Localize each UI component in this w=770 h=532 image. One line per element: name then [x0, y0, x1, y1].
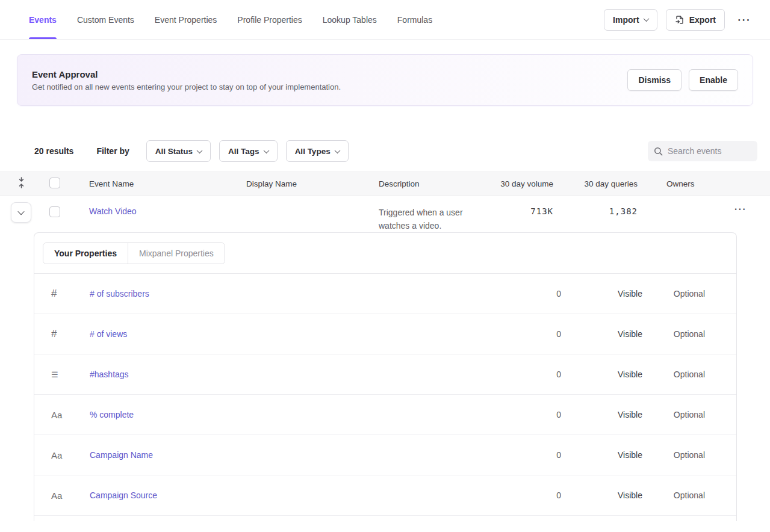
tab-lookup-tables[interactable]: Lookup Tables: [323, 0, 377, 39]
list-type-icon: ☰: [51, 370, 58, 379]
property-visibility[interactable]: Visible: [561, 410, 642, 419]
banner-text: Event Approval Get notified on all new e…: [32, 69, 341, 91]
property-type-cell: Aa: [46, 450, 90, 460]
row-checkbox-cell: [39, 196, 89, 219]
display-name-cell: [246, 196, 379, 206]
properties-panel-tabs: Your Properties Mixpanel Properties: [43, 243, 225, 264]
banner-description: Get notified on all new events entering …: [32, 82, 341, 91]
properties-list: # # of subscribers 0 Visible Optional # …: [34, 274, 736, 516]
tab-profile-properties[interactable]: Profile Properties: [237, 0, 302, 39]
property-name-link[interactable]: #hashtags: [90, 370, 129, 379]
chevron-down-icon: [643, 16, 649, 22]
tab-event-properties[interactable]: Event Properties: [155, 0, 217, 39]
collapse-row-button[interactable]: [11, 202, 31, 223]
property-row: Aa Campaign Name 0 Visible Optional: [34, 435, 736, 475]
property-type-cell: Aa: [46, 490, 90, 501]
status-filter-dropdown[interactable]: All Status: [146, 140, 211, 162]
event-name-link[interactable]: Watch Video: [89, 206, 137, 216]
column-30-day-volume: 30 day volume: [499, 179, 565, 188]
property-type-cell: #: [46, 288, 90, 300]
chevron-down-icon: [197, 147, 203, 153]
event-name-cell: Watch Video: [89, 196, 246, 216]
more-options-button[interactable]: ⋯: [733, 11, 754, 29]
tab-your-properties[interactable]: Your Properties: [43, 243, 128, 264]
text-type-icon: Aa: [51, 410, 62, 420]
row-actions-cell: ⋯: [734, 196, 770, 216]
search-input[interactable]: [668, 146, 751, 156]
property-name-link[interactable]: % complete: [90, 410, 134, 419]
property-requirement[interactable]: Optional: [642, 370, 705, 379]
events-table-header: Event Name Display Name Description 30 d…: [0, 172, 770, 196]
property-name-link[interactable]: Campaign Source: [90, 490, 157, 500]
text-type-icon: Aa: [51, 490, 62, 501]
tab-events[interactable]: Events: [29, 0, 57, 39]
dismiss-button[interactable]: Dismiss: [627, 69, 682, 91]
property-requirement[interactable]: Optional: [642, 450, 705, 460]
property-row: # # of subscribers 0 Visible Optional: [34, 274, 736, 314]
event-approval-banner: Event Approval Get notified on all new e…: [17, 54, 753, 106]
tab-label: Formulas: [397, 15, 432, 25]
search-box[interactable]: [648, 141, 757, 161]
number-type-icon: #: [51, 328, 57, 340]
property-visibility[interactable]: Visible: [561, 289, 642, 298]
collapse-all-icon[interactable]: [17, 177, 26, 188]
property-visibility[interactable]: Visible: [561, 329, 642, 339]
tab-label: Lookup Tables: [323, 15, 377, 25]
queries-cell: 1,382: [565, 196, 650, 216]
select-all-checkbox[interactable]: [49, 178, 60, 188]
types-filter-dropdown[interactable]: All Types: [286, 140, 349, 162]
property-requirement[interactable]: Optional: [642, 289, 705, 298]
property-type-cell: ☰: [46, 370, 90, 379]
property-count: 0: [450, 450, 561, 460]
row-checkbox[interactable]: [49, 206, 60, 217]
property-row: ☰ #hashtags 0 Visible Optional: [34, 354, 736, 395]
property-visibility[interactable]: Visible: [561, 490, 642, 500]
property-count: 0: [450, 370, 561, 379]
top-nav: Events Custom Events Event Properties Pr…: [0, 0, 770, 40]
property-requirement[interactable]: Optional: [642, 410, 705, 419]
banner-actions: Dismiss Enable: [627, 69, 738, 91]
tab-custom-events[interactable]: Custom Events: [77, 0, 134, 39]
tab-label: Custom Events: [77, 15, 134, 25]
export-button[interactable]: Export: [666, 9, 725, 31]
property-name-cell: #hashtags: [90, 370, 450, 379]
volume-cell: 713K: [499, 196, 565, 216]
property-name-cell: Campaign Source: [90, 490, 450, 500]
column-owners: Owners: [650, 179, 734, 188]
tags-filter-dropdown[interactable]: All Tags: [219, 140, 278, 162]
nav-tabs: Events Custom Events Event Properties Pr…: [0, 0, 453, 39]
nav-actions: Import Export ⋯: [604, 0, 770, 39]
collapse-all-cell: [0, 177, 39, 190]
import-button[interactable]: Import: [604, 9, 657, 31]
column-event-name: Event Name: [89, 179, 246, 188]
properties-panel: Your Properties Mixpanel Properties # # …: [34, 232, 737, 521]
property-count: 0: [450, 289, 561, 298]
more-icon: ⋯: [737, 12, 751, 27]
enable-button[interactable]: Enable: [689, 69, 738, 91]
property-name-link[interactable]: Campaign Name: [90, 450, 153, 460]
description-cell: Triggered when a user watches a video.: [379, 196, 499, 232]
events-table-body: Watch Video Triggered when a user watche…: [0, 196, 770, 232]
tab-formulas[interactable]: Formulas: [397, 0, 432, 39]
property-type-cell: #: [46, 328, 90, 340]
dropdown-label: All Types: [295, 147, 331, 156]
property-requirement[interactable]: Optional: [642, 490, 705, 500]
tab-label: Mixpanel Properties: [139, 249, 214, 258]
property-visibility[interactable]: Visible: [561, 450, 642, 460]
filter-by-label: Filter by: [96, 146, 129, 156]
property-name-cell: # of subscribers: [90, 289, 450, 298]
column-display-name: Display Name: [246, 179, 379, 188]
property-requirement[interactable]: Optional: [642, 329, 705, 339]
banner-title: Event Approval: [32, 69, 341, 79]
property-name-link[interactable]: # of subscribers: [90, 289, 149, 298]
chevron-down-icon: [263, 147, 269, 153]
more-icon: ⋯: [734, 202, 747, 215]
property-row: Aa % complete 0 Visible Optional: [34, 395, 736, 435]
export-icon: [675, 15, 685, 25]
property-visibility[interactable]: Visible: [561, 370, 642, 379]
tab-mixpanel-properties[interactable]: Mixpanel Properties: [128, 243, 225, 264]
row-more-button[interactable]: ⋯: [734, 202, 747, 216]
property-name-link[interactable]: # of views: [90, 329, 127, 339]
filter-dropdowns: All Status All Tags All Types: [146, 140, 349, 162]
chevron-down-icon: [334, 147, 340, 153]
